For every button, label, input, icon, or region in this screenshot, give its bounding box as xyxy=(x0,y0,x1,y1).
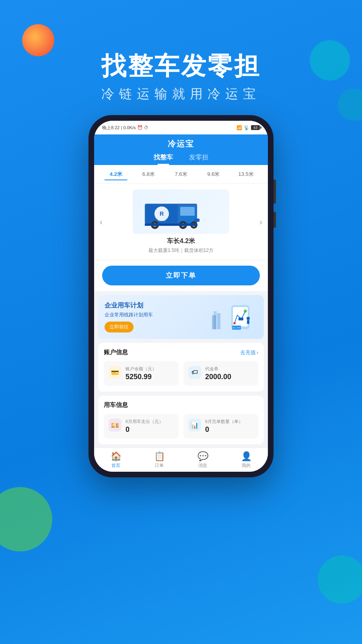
balance-label: 账户余额（元） xyxy=(125,366,156,372)
size-tab-7.6m[interactable]: 7.6米 xyxy=(165,169,197,180)
balance-icon: 💳 xyxy=(109,366,121,379)
car-desc: 最大载重1.5吨｜载货体积12方 xyxy=(98,247,264,254)
phone-screen: 晚上8:22 | 0.0K/s ⏰ ⏱ 📶 📡 43 冷运宝 找整车 发零担 xyxy=(94,121,268,472)
svg-rect-22 xyxy=(214,311,217,329)
banner-title: 企业用车计划 xyxy=(105,301,153,310)
bg-decoration-teal3 xyxy=(318,555,362,604)
svg-rect-6 xyxy=(180,207,195,216)
nav-orders[interactable]: 📋 订单 xyxy=(138,448,181,472)
usage-section-title: 用车信息 xyxy=(104,401,128,409)
truck-illustration: R 瑞云冷链 xyxy=(141,194,221,230)
order-now-button[interactable]: 立即下单 xyxy=(102,266,260,285)
svg-rect-25 xyxy=(247,320,249,324)
usage-info-row: 💴 6月用车支出（元） 0 📊 6月完单数量（单） 0 xyxy=(104,414,258,439)
nav-messages-label: 消息 xyxy=(198,462,207,469)
voucher-icon: 🏷 xyxy=(188,366,201,379)
nav-home[interactable]: 🏠 首页 xyxy=(94,448,138,472)
cost-icon: 💴 xyxy=(109,419,121,431)
voucher-item: 🏷 代金券 2000.00 xyxy=(183,361,258,386)
nav-orders-label: 订单 xyxy=(155,462,164,469)
monthly-orders-content: 6月完单数量（单） 0 xyxy=(205,419,243,434)
car-image: R 瑞云冷链 xyxy=(133,190,229,234)
status-bar: 晚上8:22 | 0.0K/s ⏰ ⏱ 📶 📡 43 xyxy=(94,121,268,134)
size-tab-13.5m[interactable]: 13.5米 xyxy=(230,169,262,180)
prev-car-button[interactable]: ‹ xyxy=(97,214,106,230)
monthly-cost-item: 💴 6月用车支出（元） 0 xyxy=(104,414,179,439)
status-icons: 📶 📡 43 xyxy=(237,125,260,130)
svg-rect-14 xyxy=(145,223,197,226)
monthly-cost-content: 6月用车支出（元） 0 xyxy=(125,419,163,434)
banner-cta-button[interactable]: 立即前往 xyxy=(105,322,134,332)
banner-svg: 瑞云冷链 xyxy=(211,303,255,331)
app-title: 冷运宝 xyxy=(94,138,268,153)
nav-mine-label: 我的 xyxy=(242,462,251,469)
car-usage-card: 用车信息 💴 6月用车支出（元） 0 📊 xyxy=(98,396,264,444)
account-section-header: 账户信息 去充值 › xyxy=(104,349,258,356)
account-info-card: 账户信息 去充值 › 💳 账户余额（元） 5250.99 xyxy=(98,343,264,392)
size-tab-9.6m[interactable]: 9.6米 xyxy=(197,169,230,180)
monthly-orders-value: 0 xyxy=(205,425,243,434)
content-area: 4.2米 6.8米 7.6米 9.6米 13.5米 ‹ xyxy=(94,165,268,446)
voucher-content: 代金券 2000.00 xyxy=(205,366,231,381)
tab-ltl[interactable]: 发零担 xyxy=(189,153,208,165)
phone-outer-frame: 晚上8:22 | 0.0K/s ⏰ ⏱ 📶 📡 43 冷运宝 找整车 发零担 xyxy=(88,115,274,477)
messages-icon: 💬 xyxy=(197,451,208,462)
nav-home-label: 首页 xyxy=(111,462,120,469)
svg-text:瑞云冷链: 瑞云冷链 xyxy=(158,219,166,221)
signal-icon: 📶 xyxy=(237,125,242,130)
usage-section-header: 用车信息 xyxy=(104,401,258,409)
wifi-icon: 📡 xyxy=(244,125,249,130)
monthly-orders-item: 📊 6月完单数量（单） 0 xyxy=(183,414,258,439)
nav-mine[interactable]: 👤 我的 xyxy=(224,448,268,472)
balance-content: 账户余额（元） 5250.99 xyxy=(125,366,156,381)
size-tab-4.2m[interactable]: 4.2米 xyxy=(100,169,132,180)
main-title: 找整车发零担 xyxy=(0,52,362,80)
svg-point-17 xyxy=(233,322,236,324)
account-info-row: 💳 账户余额（元） 5250.99 🏷 代金券 2000.00 xyxy=(104,361,258,386)
status-time: 晚上8:22 | 0.0K/s ⏰ ⏱ xyxy=(102,125,148,131)
voucher-label: 代金券 xyxy=(205,366,231,372)
balance-item: 💳 账户余额（元） 5250.99 xyxy=(104,361,179,386)
banner-content: 企业用车计划 企业常用线路计划用车 立即前往 xyxy=(105,301,153,332)
monthly-cost-label: 6月用车支出（元） xyxy=(125,419,163,425)
nav-messages[interactable]: 💬 消息 xyxy=(181,448,224,472)
app-header: 冷运宝 找整车 发零担 xyxy=(94,134,268,165)
svg-rect-7 xyxy=(194,219,200,222)
svg-rect-23 xyxy=(217,313,220,329)
bottom-navigation: 🏠 首页 📋 订单 💬 消息 👤 我的 xyxy=(94,448,268,472)
voucher-value: 2000.00 xyxy=(205,373,231,381)
svg-text:瑞云冷链: 瑞云冷链 xyxy=(232,326,241,329)
main-tab-row: 找整车 发零担 xyxy=(94,153,268,165)
orders-icon: 📊 xyxy=(188,419,201,431)
tab-find-truck[interactable]: 找整车 xyxy=(154,153,173,165)
balance-value: 5250.99 xyxy=(125,373,156,381)
svg-point-24 xyxy=(247,317,250,320)
monthly-cost-value: 0 xyxy=(125,425,163,434)
banner-illustration: 瑞云冷链 xyxy=(209,303,257,331)
svg-text:R: R xyxy=(160,211,164,217)
bg-decoration-green xyxy=(0,487,52,551)
svg-rect-20 xyxy=(239,318,243,320)
order-button-wrap: 立即下单 xyxy=(94,260,268,291)
next-car-button[interactable]: › xyxy=(256,214,265,230)
sub-title: 冷链运输就用冷运宝 xyxy=(0,85,362,103)
banner-subtitle: 企业常用线路计划用车 xyxy=(105,312,153,318)
size-tab-row: 4.2米 6.8米 7.6米 9.6米 13.5米 xyxy=(94,165,268,184)
orders-nav-icon: 📋 xyxy=(154,451,165,462)
car-name: 车长4.2米 xyxy=(98,237,264,246)
size-tab-6.8m[interactable]: 6.8米 xyxy=(132,169,165,180)
recharge-link[interactable]: 去充值 › xyxy=(240,349,258,356)
svg-point-19 xyxy=(243,309,247,313)
home-icon: 🏠 xyxy=(111,451,121,462)
user-icon: 👤 xyxy=(241,451,252,462)
account-section-title: 账户信息 xyxy=(104,349,128,356)
phone-mockup: 晚上8:22 | 0.0K/s ⏰ ⏱ 📶 📡 43 冷运宝 找整车 发零担 xyxy=(88,115,274,477)
car-showcase: ‹ R 瑞云冷链 xyxy=(94,184,268,260)
header-area: 找整车发零担 冷链运输就用冷运宝 xyxy=(0,0,362,103)
enterprise-banner: 企业用车计划 企业常用线路计划用车 立即前往 xyxy=(98,295,264,339)
battery-icon: 43 xyxy=(251,125,260,130)
monthly-orders-label: 6月完单数量（单） xyxy=(205,419,243,425)
chevron-right-icon: › xyxy=(257,349,258,355)
